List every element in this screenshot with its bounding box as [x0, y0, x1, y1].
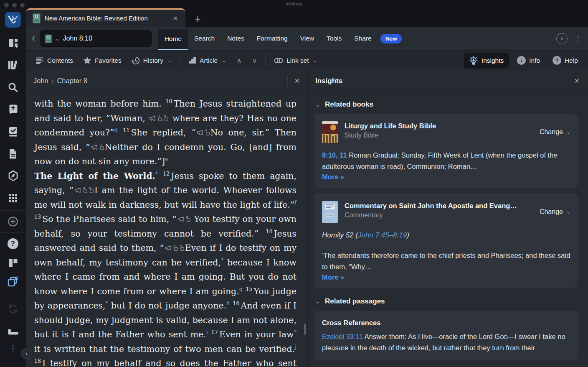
media-marker-icon[interactable]: [180, 245, 184, 251]
chevron-down-icon: ⌄: [313, 58, 317, 64]
insights-bulb-icon: [469, 56, 478, 66]
book-type: Commentary: [345, 212, 533, 219]
sidebar-item-documents[interactable]: [0, 143, 26, 165]
reference-input[interactable]: ⌄ John 8:10: [40, 30, 152, 47]
chevron-down-icon: ⌄: [566, 209, 570, 215]
section-label: Related passages: [325, 297, 385, 306]
menu-tab-share[interactable]: Share: [348, 27, 378, 50]
favorites-button[interactable]: Favorites: [79, 54, 126, 67]
new-layout-icon: [8, 37, 19, 48]
sidebar-item-toolbar-shelf[interactable]: [0, 323, 26, 342]
menu-tab-notes[interactable]: Notes: [221, 27, 251, 50]
audio-speaker-icon[interactable]: [165, 245, 172, 251]
audio-speaker-icon[interactable]: [177, 217, 184, 222]
audio-speaker-icon[interactable]: [74, 188, 81, 193]
tab-close-icon[interactable]: ✕: [170, 14, 180, 23]
sidebar-expand-button[interactable]: ›: [21, 348, 32, 359]
menu-tab-view[interactable]: View: [294, 27, 320, 50]
more-link[interactable]: More »: [322, 273, 570, 281]
chevron-down-icon: ⌄: [222, 58, 226, 64]
article-label: Article: [200, 57, 218, 64]
book-cover-commentary[interactable]: [322, 201, 338, 223]
menu-tab-tools[interactable]: Tools: [320, 27, 348, 50]
sidebar-item-library[interactable]: [0, 54, 26, 76]
breadcrumb-book[interactable]: John: [33, 77, 48, 85]
sidebar-item-add[interactable]: [0, 212, 26, 231]
menu-tab-formatting[interactable]: Formatting: [251, 27, 294, 50]
history-clock-icon: [132, 56, 140, 65]
link-set-button[interactable]: Link set ⌄: [270, 54, 321, 67]
apps-grid-icon: [8, 193, 18, 203]
bible-reference-link[interactable]: Ezekiel 33:11: [322, 333, 363, 340]
menu-tab-home[interactable]: Home: [158, 29, 188, 50]
media-marker-icon[interactable]: [164, 115, 168, 121]
breadcrumb-chapter[interactable]: Chapter 8: [57, 77, 87, 85]
chevron-down-icon[interactable]: ⌄: [55, 36, 60, 42]
footnote-marker[interactable]: e: [165, 156, 168, 162]
previous-article-button[interactable]: ∧: [232, 54, 246, 67]
history-button[interactable]: History ⌄: [127, 54, 176, 67]
audio-speaker-icon[interactable]: [91, 145, 98, 150]
collapse-toolbar-button[interactable]: ∧: [556, 33, 568, 44]
media-marker-icon[interactable]: [205, 129, 210, 135]
sidebar-item-new-layout[interactable]: [0, 32, 26, 54]
bible-reference-link[interactable]: John 7:45–8:19: [358, 231, 407, 239]
next-article-button[interactable]: ∨: [247, 54, 261, 67]
footnote-marker[interactable]: g: [239, 286, 243, 292]
resource-tab[interactable]: New American Bible: Revised Edition ✕: [26, 8, 185, 27]
contents-label: Contents: [47, 57, 73, 64]
footnote-marker[interactable]: j: [295, 344, 297, 350]
verse-number: 11: [123, 127, 129, 133]
footnote-marker[interactable]: d: [114, 127, 117, 133]
verse-reference-link[interactable]: 8:10, 11: [322, 151, 347, 159]
book-title[interactable]: Liturgy and Life Study Bible: [345, 122, 533, 130]
change-book-dropdown[interactable]: Change ⌄: [540, 121, 570, 143]
tab-title: New American Bible: Revised Edition: [45, 15, 166, 22]
reader-close-icon[interactable]: ✕: [287, 75, 300, 87]
media-marker-icon[interactable]: [99, 144, 104, 150]
verse-number: 13: [34, 214, 41, 220]
footnote-marker[interactable]: *: [294, 329, 297, 335]
audio-speaker-icon[interactable]: [149, 116, 156, 121]
footnote-marker[interactable]: f: [294, 199, 297, 206]
verbum-app-window: Verbum: [0, 0, 588, 367]
section-heading: The Light of the World.: [34, 171, 155, 181]
cross-references-card: Cross References Ezekiel 33:11 Answer th…: [314, 311, 578, 360]
verbum-logo[interactable]: [5, 12, 21, 28]
sidebar-item-close-all-panels[interactable]: [0, 273, 26, 292]
sidebar-item-workflows[interactable]: [0, 120, 26, 143]
article-view-button[interactable]: Article ⌄: [185, 54, 230, 67]
related-books-section-header[interactable]: ⌄ Related books: [314, 97, 578, 114]
panel-menu-icon[interactable]: ⋮: [574, 35, 581, 42]
insights-toggle-button[interactable]: Insights: [464, 53, 509, 69]
back-button[interactable]: ‹: [26, 31, 40, 46]
sidebar-item-bible[interactable]: [0, 98, 26, 120]
more-link[interactable]: More »: [322, 173, 570, 181]
change-book-dropdown[interactable]: Change ⌄: [540, 201, 570, 223]
insights-close-icon[interactable]: ✕: [568, 77, 580, 85]
scrollbar-thumb[interactable]: [304, 324, 306, 335]
new-tab-button[interactable]: +: [191, 13, 204, 27]
info-button[interactable]: i Info: [513, 54, 544, 67]
sidebar-item-layouts[interactable]: [0, 253, 26, 273]
media-marker-icon[interactable]: [83, 187, 87, 193]
book-title[interactable]: Commentary on Saint John the Apostle and…: [345, 202, 533, 210]
menu-tab-search[interactable]: Search: [188, 27, 221, 50]
verse-number: 14: [266, 228, 272, 234]
sidebar-item-factbook[interactable]: [0, 165, 26, 187]
help-label: Help: [565, 57, 578, 64]
media-marker-icon[interactable]: [173, 245, 178, 251]
contents-button[interactable]: Contents: [32, 54, 77, 67]
audio-speaker-icon[interactable]: [197, 130, 203, 135]
sidebar-item-help[interactable]: ?: [0, 234, 26, 253]
sidebar-item-apps-grid[interactable]: [0, 187, 26, 209]
media-marker-icon[interactable]: [157, 115, 162, 121]
link-set-label: Link set: [286, 57, 309, 64]
sidebar-item-search[interactable]: [0, 76, 26, 98]
media-marker-icon[interactable]: [186, 216, 190, 222]
help-button[interactable]: ? Help: [548, 54, 582, 67]
related-passages-section-header[interactable]: ⌄ Related passages: [314, 294, 578, 311]
book-cover-liturgy[interactable]: [322, 121, 338, 143]
media-marker-icon[interactable]: [89, 187, 94, 193]
sidebar-item-sync[interactable]: [0, 299, 26, 319]
